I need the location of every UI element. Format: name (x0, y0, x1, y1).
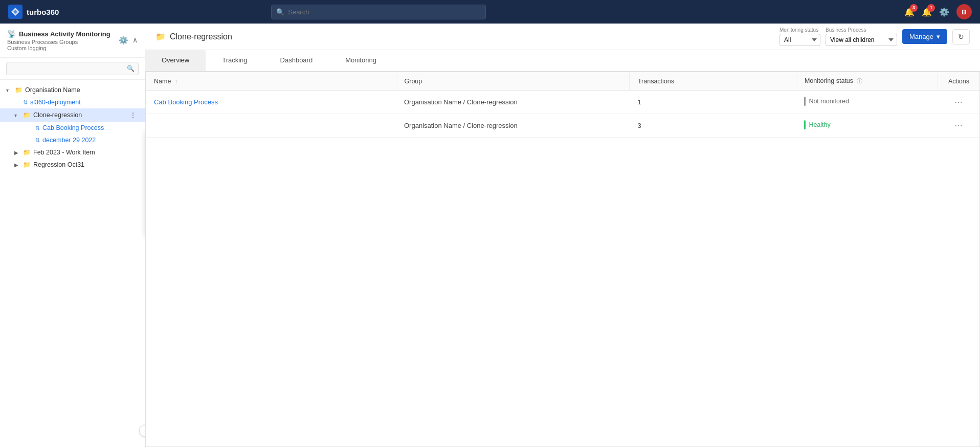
process-icon: ⇅ (35, 137, 40, 144)
main-layout: 📡 Business Activity Monitoring Business … (0, 24, 980, 447)
sidebar-gear-icon[interactable]: ⚙️ (119, 36, 128, 45)
notifications-btn[interactable]: 🔔 3 (904, 7, 915, 17)
sidebar-item-label: Cab Booking Process (42, 124, 139, 131)
sidebar-item-feb2023[interactable]: ▶ 📁 Feb 2023 - Work Item (0, 146, 145, 159)
table-row: Cab Booking Process Organisation Name / … (146, 91, 979, 114)
cell-monitoring-status: Not monitored (796, 91, 938, 114)
business-process-filter: Business Process View all children (826, 27, 897, 46)
manage-label: Manage (909, 33, 933, 40)
cell-transactions: 1 (629, 91, 796, 114)
cell-actions[interactable]: ⋯ (938, 91, 979, 114)
monitoring-icon: 📡 (7, 30, 16, 38)
col-header-transactions[interactable]: Transactions (629, 72, 796, 91)
cell-group: Organisation Name / Clone-regression (396, 91, 629, 114)
sidebar-search-input[interactable] (6, 62, 139, 75)
avatar[interactable]: B (956, 4, 972, 19)
app-logo[interactable]: turbo360 (8, 5, 59, 19)
sidebar-item-dec29[interactable]: ⇅ december 29 2022 (0, 134, 145, 146)
sidebar-item-label: Organisation Name (25, 86, 139, 94)
logo-icon (8, 5, 23, 19)
cell-actions[interactable]: ⋯ (938, 114, 979, 138)
table-row: Organisation Name / Clone-regression 3 H… (146, 114, 979, 138)
chevron-down-icon: ▾ (937, 33, 940, 40)
context-menu-trigger[interactable]: ⋮ (127, 111, 139, 119)
chevron-right-icon: ▶ (14, 162, 20, 168)
cell-name: Cab Booking Process (146, 91, 396, 114)
col-header-group[interactable]: Group (396, 72, 629, 91)
cell-name (146, 114, 396, 138)
sidebar-item-cab-booking[interactable]: ⇅ Cab Booking Process (0, 122, 145, 134)
col-header-name[interactable]: Name ↑ (146, 72, 396, 91)
tab-dashboard[interactable]: Dashboard (264, 50, 329, 71)
chevron-left-icon: ‹ (144, 428, 145, 434)
navbar: turbo360 🔍 🔔 3 🔔 1 ⚙️ B (0, 0, 980, 24)
sidebar-collapse-section[interactable]: ∧ (132, 36, 138, 44)
sidebar-item-label: sl360-deployment (30, 99, 139, 106)
monitoring-status-label: Monitoring status (779, 27, 820, 33)
sidebar-item-clone-regression[interactable]: ▾ 📁 Clone-regression ⋮ (0, 108, 145, 122)
tab-label: Dashboard (280, 56, 313, 64)
col-monitoring-label: Monitoring status (805, 77, 853, 84)
navbar-search-area: 🔍 (271, 5, 486, 19)
main-table: Name ↑ Group Transactions Monitoring sta… (146, 72, 979, 138)
tab-monitoring[interactable]: Monitoring (329, 50, 393, 71)
sidebar-header: 📡 Business Activity Monitoring Business … (0, 24, 145, 58)
sidebar-item-organisation[interactable]: ▾ 📁 Organisation Name (0, 84, 145, 96)
app-name: turbo360 (27, 8, 59, 16)
col-group-label: Group (405, 78, 422, 85)
tabs-bar: Overview Tracking Dashboard Monitoring (145, 50, 980, 72)
sidebar-item-sl360[interactable]: ⇅ sl360-deployment (0, 96, 145, 108)
sidebar-item-regression-oct31[interactable]: ▶ 📁 Regression Oct31 (0, 159, 145, 171)
transactions-value: 3 (637, 122, 641, 129)
tab-overview[interactable]: Overview (145, 50, 206, 71)
tab-tracking[interactable]: Tracking (206, 50, 263, 71)
sidebar-item-label: Feb 2023 - Work Item (33, 149, 139, 156)
actions-ellipsis[interactable]: ⋯ (954, 98, 963, 106)
actions-ellipsis[interactable]: ⋯ (954, 121, 963, 130)
page-title: 📁 Clone-regression (155, 32, 773, 41)
col-header-monitoring[interactable]: Monitoring status ⓘ (796, 72, 938, 91)
cell-transactions: 3 (629, 114, 796, 138)
chevron-down-icon: ▾ (6, 87, 12, 93)
monitoring-status-select[interactable]: All (779, 34, 820, 46)
process-icon: ⇅ (35, 125, 40, 131)
col-name-label: Name (154, 78, 171, 85)
business-process-select[interactable]: View all children (826, 34, 897, 46)
sidebar-toggle-btn[interactable]: ‹ (139, 424, 145, 437)
status-badge: Healthy (804, 120, 830, 129)
notification-badge: 3 (910, 4, 918, 12)
sidebar-search-area: 🔍 (0, 58, 145, 80)
cell-group: Organisation Name / Clone-regression (396, 114, 629, 138)
content-header: 📁 Clone-regression Monitoring status All… (145, 24, 980, 50)
sidebar-tree: ▾ 📁 Organisation Name ⇅ sl360-deployment… (0, 80, 145, 447)
settings-btn[interactable]: ⚙️ (939, 7, 949, 17)
sort-icon: ↑ (175, 79, 177, 84)
alerts-btn[interactable]: 🔔 1 (922, 7, 932, 17)
group-value: Organisation Name / Clone-regression (404, 98, 518, 106)
search-input[interactable] (271, 5, 486, 19)
sidebar-section-title: Business Processes Groups Custom logging (7, 39, 110, 51)
cell-monitoring-status: Healthy (796, 114, 938, 138)
status-badge: Not monitored (804, 97, 849, 106)
header-filters: Monitoring status All Business Process V… (779, 27, 970, 46)
status-text: Not monitored (809, 98, 849, 105)
process-name-link[interactable]: Cab Booking Process (154, 98, 218, 106)
business-process-label: Business Process (826, 27, 897, 33)
search-icon: 🔍 (276, 8, 284, 16)
folder-icon: 📁 (15, 86, 23, 94)
alert-badge: 1 (927, 4, 935, 12)
col-actions-label: Actions (948, 78, 969, 85)
monitoring-status-filter: Monitoring status All (779, 27, 820, 46)
transactions-value: 1 (637, 98, 641, 106)
folder-icon: 📁 (23, 111, 31, 119)
page-title-text: Clone-regression (170, 32, 232, 41)
col-header-actions: Actions (938, 72, 979, 91)
sidebar-header-content: 📡 Business Activity Monitoring Business … (7, 30, 110, 51)
tab-label: Monitoring (345, 56, 376, 64)
tab-label: Tracking (222, 56, 247, 64)
refresh-button[interactable]: ↻ (952, 29, 970, 44)
manage-button[interactable]: Manage ▾ (902, 29, 947, 44)
status-indicator (804, 120, 806, 129)
sidebar: 📡 Business Activity Monitoring Business … (0, 24, 145, 447)
folder-icon: 📁 (155, 32, 166, 41)
